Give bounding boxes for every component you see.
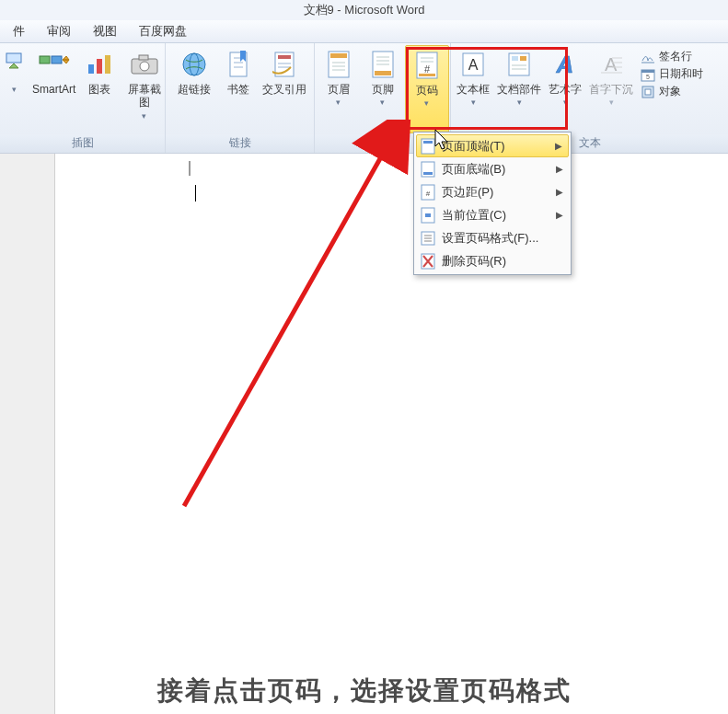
quickparts-label: 文档部件 xyxy=(497,83,541,96)
svg-point-8 xyxy=(140,62,149,71)
chart-button[interactable]: 图表 xyxy=(77,45,121,133)
instruction-caption: 接着点击页码，选择设置页码格式 xyxy=(0,674,728,708)
menu-current-position[interactable]: 当前位置(C) ▶ xyxy=(416,203,569,226)
format-icon xyxy=(420,230,436,247)
svg-rect-0 xyxy=(6,53,21,63)
svg-rect-16 xyxy=(278,55,291,59)
window-title: 文档9 - Microsoft Word xyxy=(0,0,728,20)
document-page[interactable] xyxy=(55,154,728,714)
hyperlink-button[interactable]: 超链接 xyxy=(172,45,216,133)
text-caret xyxy=(195,185,196,202)
pagenum-button[interactable]: # 页码 ▾ xyxy=(405,45,449,133)
text-small-stack: 签名行 5 日期和时 对象 xyxy=(635,45,709,99)
svg-rect-1 xyxy=(40,56,50,63)
screenshot-label: 屏幕截图 xyxy=(123,83,167,109)
object-icon xyxy=(641,85,655,99)
hyperlink-label: 超链接 xyxy=(178,83,211,96)
camera-icon xyxy=(129,49,160,80)
page-margins-icon: # xyxy=(420,184,436,201)
menu-remove-pagenum[interactable]: 删除页码(R) xyxy=(416,249,569,272)
quickparts-button[interactable]: 文档部件 ▾ xyxy=(495,45,543,133)
wordart-icon: A xyxy=(549,49,581,80)
smartart-icon xyxy=(39,49,70,80)
chevron-right-icon: ▶ xyxy=(556,210,563,220)
menu-page-top[interactable]: 页面顶端(T) ▶ xyxy=(416,134,569,157)
header-button[interactable]: 页眉 ▾ xyxy=(317,45,361,133)
page-bottom-icon xyxy=(420,161,436,178)
menu-page-bottom[interactable]: 页面底端(B) ▶ xyxy=(416,157,569,180)
svg-rect-54 xyxy=(423,141,433,144)
ribbon: ▾ SmartArt 图表 屏幕截图 ▾ 插图 xyxy=(0,43,728,154)
svg-rect-56 xyxy=(423,172,433,175)
dropcap-label: 首字下沉 xyxy=(589,83,633,96)
remove-icon xyxy=(420,253,436,270)
calendar-icon: 5 xyxy=(641,67,655,82)
crossref-button[interactable]: 交叉引用 xyxy=(260,45,308,133)
svg-rect-49 xyxy=(641,70,654,73)
svg-rect-52 xyxy=(645,89,651,95)
footer-button[interactable]: 页脚 ▾ xyxy=(361,45,405,133)
pagenum-label: 页码 xyxy=(416,84,438,97)
ribbon-group-illustrations: ▾ SmartArt 图表 屏幕截图 ▾ 插图 xyxy=(0,43,166,153)
quickparts-icon xyxy=(503,49,535,80)
footer-icon xyxy=(367,49,399,80)
pagenum-icon: # xyxy=(411,50,443,81)
wordart-label: 艺术字 xyxy=(549,83,582,96)
menu-format-pagenum[interactable]: 设置页码格式(F)... xyxy=(416,226,569,249)
header-icon xyxy=(323,49,354,80)
svg-text:A: A xyxy=(605,54,618,75)
object-button[interactable]: 对象 xyxy=(641,84,703,99)
page-top-icon xyxy=(420,138,436,155)
menu-page-margins[interactable]: # 页边距(P) ▶ xyxy=(416,180,569,203)
current-pos-icon xyxy=(420,207,436,224)
crossref-icon xyxy=(269,49,300,80)
textbox-icon: A xyxy=(457,49,489,80)
chevron-right-icon: ▶ xyxy=(556,187,563,197)
datetime-button[interactable]: 5 日期和时 xyxy=(641,66,703,82)
dropcap-button[interactable]: A 首字下沉 ▾ xyxy=(587,45,635,133)
svg-text:A: A xyxy=(468,57,479,73)
wordart-button[interactable]: A 艺术字 ▾ xyxy=(543,45,587,133)
bookmark-label: 书签 xyxy=(227,83,249,96)
left-gutter xyxy=(0,154,55,714)
dropcap-icon: A xyxy=(595,49,627,80)
svg-rect-33 xyxy=(419,74,435,76)
svg-rect-60 xyxy=(425,213,431,217)
textbox-button[interactable]: A 文本框 ▾ xyxy=(451,45,495,133)
smartart-label: SmartArt xyxy=(32,83,75,96)
svg-rect-5 xyxy=(105,55,110,74)
svg-rect-38 xyxy=(520,56,526,61)
group-label-links: 链接 xyxy=(166,134,314,153)
ribbon-group-links: 超链接 书签 交叉引用 链接 xyxy=(166,43,315,153)
group-label-illustrations: 插图 xyxy=(0,134,165,153)
svg-text:A: A xyxy=(556,51,574,78)
screenshot-button[interactable]: 屏幕截图 ▾ xyxy=(121,45,168,133)
chevron-right-icon: ▶ xyxy=(555,141,562,151)
svg-point-9 xyxy=(183,53,205,75)
header-label: 页眉 xyxy=(328,83,350,96)
svg-rect-2 xyxy=(52,56,62,63)
chevron-right-icon: ▶ xyxy=(556,164,563,174)
menu-bar: 件 审阅 视图 百度网盘 xyxy=(0,20,728,43)
ruler-marker xyxy=(189,161,191,176)
svg-rect-37 xyxy=(512,56,518,61)
unknown-button[interactable]: ▾ xyxy=(0,45,31,133)
bookmark-button[interactable]: 书签 xyxy=(216,45,260,133)
menu-view[interactable]: 视图 xyxy=(82,23,128,40)
document-workspace xyxy=(0,154,728,714)
menu-file[interactable]: 件 xyxy=(2,23,36,40)
svg-rect-20 xyxy=(330,53,347,58)
smartart-button[interactable]: SmartArt xyxy=(31,45,77,133)
chart-label: 图表 xyxy=(88,83,110,96)
svg-text:5: 5 xyxy=(646,74,650,80)
crossref-label: 交叉引用 xyxy=(262,83,306,96)
menu-review[interactable]: 审阅 xyxy=(36,23,82,40)
svg-text:#: # xyxy=(423,63,430,75)
textbox-label: 文本框 xyxy=(456,83,490,96)
menu-baidu[interactable]: 百度网盘 xyxy=(128,23,198,40)
sigline-button[interactable]: 签名行 xyxy=(641,49,703,64)
svg-rect-4 xyxy=(97,59,102,74)
svg-rect-3 xyxy=(88,64,94,74)
signature-icon xyxy=(641,50,655,64)
svg-rect-7 xyxy=(139,55,148,60)
